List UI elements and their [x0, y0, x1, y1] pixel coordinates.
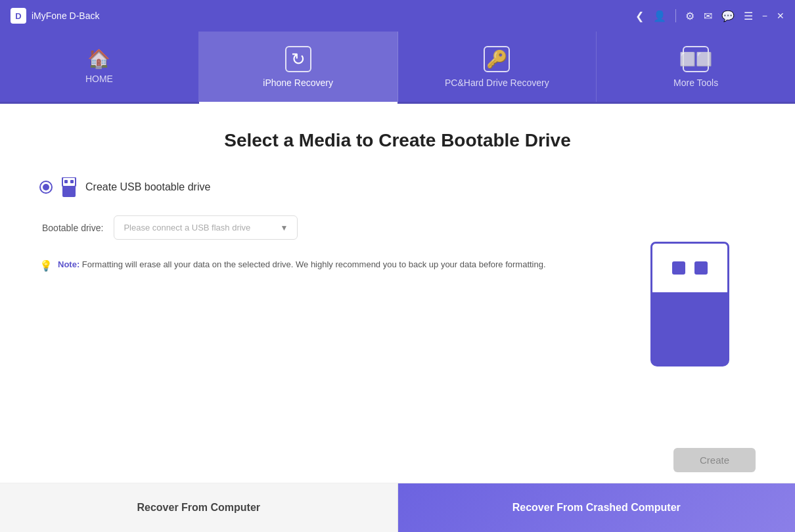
close-button[interactable]: ✕: [777, 11, 784, 21]
tab-home[interactable]: 🏠 HOME: [0, 32, 199, 102]
note-body: Formatting will erase all your data on t…: [82, 259, 546, 269]
tab-pc-hard-drive-label: PC&Hard Drive Recovery: [445, 78, 549, 88]
mail-icon[interactable]: ✉: [704, 10, 712, 22]
tab-iphone-recovery-label: iPhone Recovery: [263, 78, 333, 88]
create-button[interactable]: Create: [673, 448, 756, 472]
main-content: Select a Media to Create Bootable Drive …: [0, 104, 795, 532]
bottom-tabs: Recover From Computer Recover From Crash…: [0, 483, 795, 532]
note-section: 💡 Note: Formatting will erase all your d…: [39, 258, 598, 272]
more-tools-icon: ⬜⬜: [683, 46, 709, 72]
app-logo: D: [11, 8, 26, 24]
tab-recover-crashed-label: Recover From Crashed Computer: [512, 502, 681, 514]
tab-recover-computer[interactable]: Recover From Computer: [0, 483, 398, 532]
content-area: Create USB bootable drive Bootable drive…: [0, 171, 795, 437]
settings-icon[interactable]: ⚙: [685, 10, 694, 22]
svg-rect-1: [64, 180, 68, 183]
usb-dot-left: [672, 261, 685, 275]
page-title: Select a Media to Create Bootable Drive: [0, 104, 795, 171]
svg-rect-2: [70, 180, 74, 183]
usb-dot-right: [694, 261, 708, 275]
tab-more-tools[interactable]: ⬜⬜ More Tools: [597, 32, 795, 102]
usb-body: [650, 294, 729, 366]
right-panel: [624, 171, 756, 437]
tab-home-label: HOME: [85, 74, 113, 84]
svg-rect-3: [62, 186, 76, 197]
tab-iphone-recovery[interactable]: ↻ iPhone Recovery: [199, 32, 398, 102]
lightbulb-icon: 💡: [39, 259, 53, 272]
user-icon[interactable]: 👤: [653, 10, 666, 22]
chevron-down-icon: ▼: [281, 223, 288, 233]
share-icon[interactable]: ❮: [635, 10, 644, 22]
usb-top: [650, 242, 729, 294]
drive-select-placeholder: Please connect a USB flash drive: [124, 223, 250, 233]
left-panel: Create USB bootable drive Bootable drive…: [39, 171, 598, 437]
divider: [675, 9, 676, 22]
menu-icon[interactable]: ☰: [744, 10, 753, 22]
home-icon: 🏠: [87, 50, 110, 68]
drive-label: Bootable drive:: [42, 223, 103, 233]
usb-option-label: Create USB bootable drive: [85, 181, 210, 193]
usb-option-row: Create USB bootable drive: [39, 177, 598, 197]
usb-illustration: [650, 242, 729, 366]
tab-more-tools-label: More Tools: [673, 78, 718, 88]
titlebar-left: D iMyFone D-Back: [11, 8, 99, 24]
app-title: iMyFone D-Back: [32, 11, 99, 21]
titlebar: D iMyFone D-Back ❮ 👤 ⚙ ✉ 💬 ☰ − ✕: [0, 0, 795, 32]
navbar: 🏠 HOME ↻ iPhone Recovery 🔑 PC&Hard Drive…: [0, 32, 795, 104]
iphone-recovery-icon: ↻: [285, 46, 311, 72]
usb-small-icon: [60, 177, 78, 197]
pc-hard-drive-icon: 🔑: [484, 46, 510, 72]
drive-select-dropdown[interactable]: Please connect a USB flash drive ▼: [114, 215, 298, 240]
tab-pc-hard-drive[interactable]: 🔑 PC&Hard Drive Recovery: [398, 32, 597, 102]
titlebar-right: ❮ 👤 ⚙ ✉ 💬 ☰ − ✕: [635, 9, 784, 22]
minimize-button[interactable]: −: [762, 11, 767, 21]
note-text: Note: Formatting will erase all your dat…: [58, 258, 546, 272]
tab-recover-crashed-computer[interactable]: Recover From Crashed Computer: [398, 483, 796, 532]
chat-icon[interactable]: 💬: [721, 10, 735, 22]
drive-row: Bootable drive: Please connect a USB fla…: [39, 215, 598, 240]
usb-radio-button[interactable]: [39, 181, 53, 194]
note-label: Note:: [58, 259, 80, 269]
create-btn-row: Create: [0, 437, 795, 483]
tab-recover-computer-label: Recover From Computer: [137, 502, 260, 514]
